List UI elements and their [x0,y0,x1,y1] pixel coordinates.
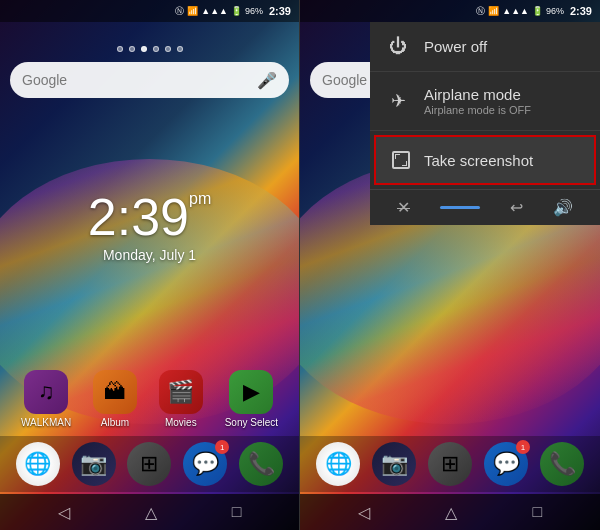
airplane-icon: ✈ [386,90,410,112]
menu-item-airplane[interactable]: ✈ Airplane mode Airplane mode is OFF [370,72,600,131]
nav-bar-left: ◁ △ □ [0,494,299,530]
phones-container: Ⓝ 📶 ▲▲▲ 🔋 96% 2:39 Google [0,0,600,530]
dock-camera[interactable]: 📷 [72,442,116,486]
dot-1 [117,46,123,52]
airplane-sublabel: Airplane mode is OFF [424,104,531,116]
walkman-label: WALKMAN [21,417,71,428]
quick-x-icon[interactable]: ✕ [397,198,410,217]
app-album[interactable]: 🏔 Album [93,370,137,428]
quick-rotate-icon[interactable]: ↩ [510,198,523,217]
movies-label: Movies [165,417,197,428]
search-bar-left[interactable]: Google 🎤 [10,62,289,98]
dot-2 [129,46,135,52]
clock-date: Monday, July 1 [103,247,196,263]
album-icon: 🏔 [93,370,137,414]
mic-icon-left[interactable]: 🎤 [257,71,277,90]
quick-progress-bar [440,206,480,209]
poweroff-icon: ⏻ [386,36,410,57]
screenshot-label: Take screenshot [424,152,533,169]
quick-volume-icon[interactable]: 🔊 [553,198,573,217]
status-icons-left: Ⓝ 📶 ▲▲▲ 🔋 96% 2:39 [175,5,291,18]
quick-settings-bar: ✕ ↩ 🔊 [370,189,600,225]
dock-left: 🌐 📷 ⊞ 💬 1 📞 [0,436,299,492]
phone-right: Ⓝ 📶 ▲▲▲ 🔋 96% 2:39 Google [300,0,600,530]
dock-messages[interactable]: 💬 1 [183,442,227,486]
signal-icon: ▲▲▲ [201,6,228,16]
phone-right-content: Ⓝ 📶 ▲▲▲ 🔋 96% 2:39 Google [300,0,600,530]
airplane-label: Airplane mode [424,86,531,103]
clock-period: pm [189,190,211,207]
poweroff-content: Power off [424,38,487,55]
nav-back-left[interactable]: ◁ [58,503,70,522]
wifi-icon: 📶 [187,6,198,16]
app-row-left: ♫ WALKMAN 🏔 Album 🎬 Movies ▶ Sony Select [0,370,299,428]
message-badge: 1 [215,440,229,454]
time-left: 2:39 [269,5,291,17]
dot-6 [177,46,183,52]
dot-3 [141,46,147,52]
clock-time: 2:39pm [88,191,211,243]
phone-left-content: Ⓝ 📶 ▲▲▲ 🔋 96% 2:39 Google [0,0,299,530]
dock-chrome[interactable]: 🌐 [16,442,60,486]
sonyselect-icon: ▶ [229,370,273,414]
movies-icon: 🎬 [159,370,203,414]
battery-percent-left: 96% [245,6,263,16]
app-walkman[interactable]: ♫ WALKMAN [21,370,71,428]
dot-4 [153,46,159,52]
status-bar-left: Ⓝ 📶 ▲▲▲ 🔋 96% 2:39 [0,0,299,22]
airplane-content: Airplane mode Airplane mode is OFF [424,86,531,116]
nav-recent-left[interactable]: □ [232,503,242,521]
clock-area: 2:39pm Monday, July 1 [0,104,299,370]
page-dots-left [0,42,299,56]
phone-left: Ⓝ 📶 ▲▲▲ 🔋 96% 2:39 Google [0,0,300,530]
dock-phone[interactable]: 📞 [239,442,283,486]
menu-item-screenshot[interactable]: Take screenshot [374,135,596,185]
nav-home-left[interactable]: △ [145,503,157,522]
menu-item-poweroff[interactable]: ⏻ Power off [370,22,600,72]
poweroff-label: Power off [424,38,487,55]
screenshot-content: Take screenshot [424,152,533,169]
power-menu: ⏻ Power off ✈ Airplane mode Airplane mod… [370,22,600,225]
album-label: Album [101,417,129,428]
power-menu-overlay: ⏻ Power off ✈ Airplane mode Airplane mod… [300,0,600,530]
screenshot-icon [392,151,410,169]
battery-icon: 🔋 [231,6,242,16]
app-movies[interactable]: 🎬 Movies [159,370,203,428]
walkman-icon: ♫ [24,370,68,414]
search-text-left: Google [22,72,67,88]
app-sonyselect[interactable]: ▶ Sony Select [225,370,278,428]
dock-apps[interactable]: ⊞ [127,442,171,486]
sonyselect-label: Sony Select [225,417,278,428]
nfc-icon: Ⓝ [175,5,184,18]
dot-5 [165,46,171,52]
